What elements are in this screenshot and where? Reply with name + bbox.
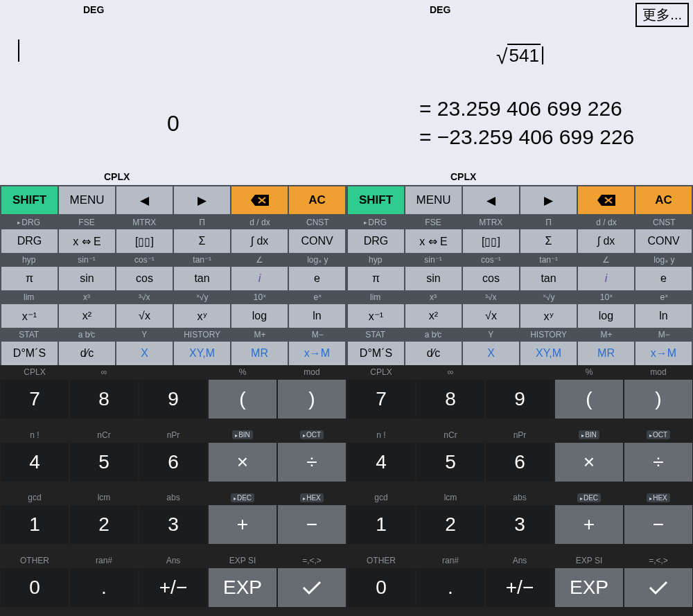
keypad-button-EXP[interactable]: EXP <box>555 568 623 607</box>
function-button[interactable]: √x <box>463 304 519 328</box>
function-button[interactable]: cos <box>463 267 519 290</box>
keypad-button-2[interactable]: 2 <box>416 505 484 544</box>
secondary-label[interactable]: DEC <box>208 491 277 504</box>
cursor-left-button[interactable]: ◀ <box>463 186 519 214</box>
function-button[interactable]: DRG <box>348 229 404 253</box>
keypad-button-op[interactable]: ( <box>209 380 277 419</box>
keypad-button-op[interactable]: ÷ <box>278 443 346 482</box>
keypad-button-8[interactable]: 8 <box>70 380 138 419</box>
secondary-label[interactable]: nCr <box>416 428 485 442</box>
display-area-left[interactable]: 0 <box>0 15 346 171</box>
secondary-label[interactable]: gcd <box>0 491 69 504</box>
secondary-label[interactable]: HISTORY <box>173 328 231 342</box>
secondary-label[interactable]: a b⁄c <box>58 328 115 342</box>
function-button[interactable]: x² <box>59 304 115 328</box>
function-button[interactable]: X <box>116 342 173 365</box>
function-button[interactable]: ∫ dx <box>578 229 634 253</box>
keypad-button-op[interactable]: − <box>278 505 346 544</box>
function-button[interactable]: CONV <box>289 229 345 253</box>
secondary-label[interactable]: logₓ y <box>635 253 693 267</box>
function-button[interactable]: ln <box>635 304 692 328</box>
function-button[interactable]: e <box>289 267 345 290</box>
secondary-label[interactable]: tan⁻¹ <box>520 253 577 267</box>
secondary-label[interactable]: ∞ <box>416 365 485 379</box>
secondary-label[interactable]: mod <box>277 365 346 379</box>
keypad-button-3[interactable]: 3 <box>486 505 554 544</box>
keypad-button-op[interactable]: × <box>209 443 277 482</box>
keypad-button-9[interactable]: 9 <box>486 380 554 419</box>
secondary-label[interactable]: CPLX <box>0 365 69 379</box>
shift-button[interactable]: SHIFT <box>348 186 404 214</box>
secondary-label[interactable]: hyp <box>0 253 58 267</box>
function-button[interactable]: x⁻¹ <box>348 304 404 328</box>
function-button[interactable]: CONV <box>635 229 692 253</box>
secondary-label[interactable]: FSE <box>404 215 462 229</box>
secondary-label[interactable] <box>139 365 208 379</box>
keypad-button-op[interactable]: + <box>555 505 623 544</box>
keypad-button-op[interactable]: ) <box>624 380 692 419</box>
function-button[interactable]: sin <box>405 267 462 290</box>
secondary-label[interactable]: DRG <box>0 215 58 229</box>
function-button[interactable]: xʸ <box>174 304 230 328</box>
keypad-button-3[interactable]: 3 <box>139 505 207 544</box>
secondary-label[interactable]: logₓ y <box>289 253 346 267</box>
keypad-button-op[interactable]: +/− <box>139 568 207 607</box>
secondary-label[interactable]: M− <box>635 328 693 342</box>
function-button[interactable]: sin <box>59 267 115 290</box>
shift-button[interactable]: SHIFT <box>1 186 58 214</box>
menu-button[interactable]: MENU <box>59 186 115 214</box>
function-button[interactable]: D°M´S <box>1 342 58 365</box>
secondary-label[interactable]: EXP SI <box>554 554 624 567</box>
secondary-label[interactable]: ran# <box>69 554 139 567</box>
keypad-button-4[interactable]: 4 <box>1 443 69 482</box>
keypad-button-2[interactable]: 2 <box>70 505 138 544</box>
secondary-label[interactable]: nPr <box>139 428 208 442</box>
function-button[interactable]: [▯▯] <box>463 229 519 253</box>
keypad-button-8[interactable]: 8 <box>416 380 484 419</box>
secondary-label[interactable]: n ! <box>346 428 416 442</box>
secondary-label[interactable]: ∠ <box>577 253 635 267</box>
keypad-button-op[interactable]: . <box>70 568 138 607</box>
secondary-label[interactable]: n ! <box>0 428 69 442</box>
function-button[interactable]: x ⇔ E <box>405 229 462 253</box>
secondary-label[interactable]: 10ˣ <box>577 290 635 304</box>
function-button[interactable]: MR <box>231 342 288 365</box>
keypad-button-op[interactable]: ( <box>555 380 623 419</box>
function-button[interactable]: tan <box>174 267 230 290</box>
secondary-label[interactable]: ∞ <box>69 365 139 379</box>
secondary-label[interactable]: M− <box>289 328 346 342</box>
keypad-button-4[interactable]: 4 <box>347 443 415 482</box>
secondary-label[interactable]: EXP SI <box>208 554 277 567</box>
secondary-label[interactable]: nCr <box>69 428 139 442</box>
keypad-button-6[interactable]: 6 <box>139 443 207 482</box>
keypad-button-5[interactable]: 5 <box>70 443 138 482</box>
secondary-label[interactable]: HISTORY <box>520 328 577 342</box>
secondary-label[interactable]: tan⁻¹ <box>173 253 231 267</box>
secondary-label[interactable]: Y <box>462 328 520 342</box>
keypad-button-9[interactable]: 9 <box>139 380 207 419</box>
delete-button[interactable] <box>578 186 634 214</box>
secondary-label[interactable]: abs <box>139 491 208 504</box>
secondary-label[interactable]: mod <box>624 365 693 379</box>
keypad-button-op[interactable] <box>278 568 346 607</box>
secondary-label[interactable]: DRG <box>346 215 404 229</box>
secondary-label[interactable]: STAT <box>0 328 58 342</box>
secondary-label[interactable]: Ans <box>485 554 554 567</box>
secondary-label[interactable]: OCT <box>277 428 346 442</box>
secondary-label[interactable]: gcd <box>346 491 416 504</box>
secondary-label[interactable]: lim <box>346 290 404 304</box>
keypad-button-6[interactable]: 6 <box>486 443 554 482</box>
function-button[interactable]: Σ <box>520 229 577 253</box>
function-button[interactable]: MR <box>578 342 634 365</box>
secondary-label[interactable]: =,<,> <box>624 554 693 567</box>
function-button[interactable]: xʸ <box>520 304 577 328</box>
all-clear-button[interactable]: AC <box>635 186 692 214</box>
secondary-label[interactable]: ∠ <box>231 253 288 267</box>
function-button[interactable]: log <box>231 304 288 328</box>
function-button[interactable]: XY,M <box>174 342 230 365</box>
function-button[interactable]: x² <box>405 304 462 328</box>
keypad-button-op[interactable]: − <box>624 505 692 544</box>
secondary-label[interactable]: HEX <box>624 491 693 504</box>
keypad-button-op[interactable]: ) <box>278 380 346 419</box>
secondary-label[interactable]: d / dx <box>231 215 288 229</box>
